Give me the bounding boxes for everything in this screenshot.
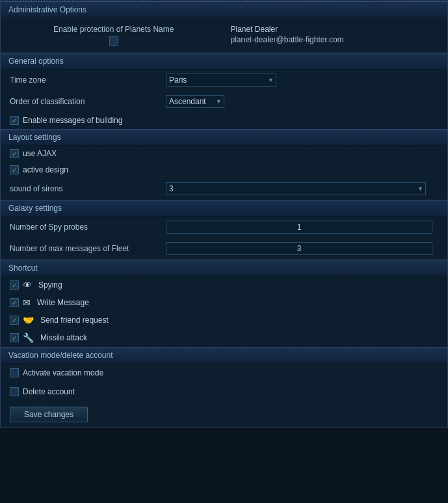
shortcut-title: Shortcut: [8, 264, 38, 273]
player-email: planet-dealer@battle-fighter.com: [231, 35, 344, 44]
max-fleet-row: Number of max messages of Fleet: [1, 238, 447, 260]
shortcut-message-checkbox[interactable]: [10, 298, 19, 307]
shortcut-header: Shortcut: [1, 260, 447, 277]
sound-sirens-select-wrapper: 3 1 2 4 5: [166, 182, 426, 195]
use-ajax-row: use AJAX: [1, 146, 447, 162]
active-design-row: active design: [1, 162, 447, 178]
admin-options-title: Administrative Options: [8, 5, 86, 14]
shortcut-friend-checkbox[interactable]: [10, 316, 19, 325]
sound-sirens-label: sound of sirens: [10, 184, 166, 193]
activate-vacation-label: Activate vacation mode: [23, 368, 103, 377]
use-ajax-checkbox[interactable]: [10, 149, 19, 158]
active-design-label: active design: [23, 165, 68, 174]
protect-label: Enable protection of Planets Name: [53, 25, 174, 34]
vacation-section-header: Vacation mode/delete account: [1, 347, 447, 364]
shortcut-message-label: Write Message: [37, 298, 89, 307]
shortcut-friend-row: 🤝 Send friend request: [1, 312, 447, 329]
spy-probes-label: Number of Spy probes: [10, 223, 166, 232]
spy-probes-input[interactable]: [166, 221, 432, 234]
admin-panel: Administrative Options Enable protection…: [0, 0, 448, 428]
shortcut-missile-row: 🔧 Missile attack: [1, 329, 447, 347]
classification-select-wrapper: Ascendant Descendant: [166, 95, 224, 108]
timezone-select[interactable]: Paris London New York Tokyo: [166, 74, 276, 87]
galaxy-settings-header: Galaxy settings: [1, 200, 447, 217]
layout-settings-title: Layout settings: [8, 133, 61, 142]
use-ajax-label: use AJAX: [23, 149, 57, 158]
protect-checkbox[interactable]: [109, 36, 118, 46]
missile-icon: 🔧: [23, 333, 34, 343]
enable-building-row: Enable messages of building: [1, 113, 447, 129]
admin-options-header: Administrative Options: [1, 1, 447, 18]
activate-vacation-checkbox[interactable]: [10, 368, 19, 377]
classification-value: Ascendant Descendant: [166, 95, 438, 108]
delete-account-label: Delete account: [23, 387, 75, 396]
timezone-label: Time zone: [10, 75, 166, 85]
activate-vacation-row: Activate vacation mode: [1, 364, 447, 383]
shortcut-friend-label: Send friend request: [40, 316, 109, 325]
admin-header-row: Enable protection of Planets Name Planet…: [1, 18, 447, 53]
spy-probes-row: Number of Spy probes: [1, 217, 447, 238]
active-design-checkbox[interactable]: [10, 165, 19, 174]
max-fleet-input[interactable]: [166, 242, 432, 255]
delete-account-checkbox[interactable]: [10, 387, 19, 396]
spy-probes-value: [166, 221, 438, 234]
sound-sirens-select[interactable]: 3 1 2 4 5: [166, 182, 426, 195]
timezone-row: Time zone Paris London New York Tokyo: [1, 70, 447, 91]
general-options-title: General options: [8, 57, 64, 66]
sound-sirens-row: sound of sirens 3 1 2 4 5: [1, 178, 447, 200]
classification-row: Order of classification Ascendant Descen…: [1, 91, 447, 113]
message-icon: ✉: [23, 297, 31, 308]
max-fleet-value: [166, 242, 438, 255]
shortcut-message-row: ✉ Write Message: [1, 294, 447, 312]
protect-section: Enable protection of Planets Name: [10, 25, 218, 46]
player-info: Planet Dealer planet-dealer@battle-fight…: [218, 25, 439, 44]
enable-building-label: Enable messages of building: [23, 116, 122, 125]
shortcut-spying-checkbox[interactable]: [10, 280, 19, 290]
sound-sirens-value: 3 1 2 4 5: [166, 182, 438, 195]
spying-icon: 👁: [23, 280, 32, 290]
timezone-select-wrapper: Paris London New York Tokyo: [166, 74, 276, 87]
save-button[interactable]: Save changes: [10, 407, 88, 422]
save-button-row: Save changes: [1, 401, 447, 428]
delete-account-row: Delete account: [1, 383, 447, 401]
enable-building-checkbox[interactable]: [10, 116, 19, 125]
max-fleet-label: Number of max messages of Fleet: [10, 244, 166, 253]
player-name: Planet Dealer: [231, 25, 278, 34]
shortcut-missile-checkbox[interactable]: [10, 333, 19, 342]
shortcut-missile-label: Missile attack: [40, 333, 87, 342]
timezone-value: Paris London New York Tokyo: [166, 74, 438, 87]
general-options-header: General options: [1, 53, 447, 70]
classification-label: Order of classification: [10, 97, 166, 106]
layout-settings-header: Layout settings: [1, 129, 447, 146]
classification-select[interactable]: Ascendant Descendant: [166, 95, 224, 108]
vacation-section: Activate vacation mode Delete account: [1, 364, 447, 401]
shortcut-spying-label: Spying: [38, 280, 62, 290]
vacation-section-title: Vacation mode/delete account: [8, 351, 113, 360]
shortcut-spying-row: 👁 Spying: [1, 277, 447, 294]
friend-icon: 🤝: [23, 315, 34, 325]
galaxy-settings-title: Galaxy settings: [8, 204, 62, 213]
